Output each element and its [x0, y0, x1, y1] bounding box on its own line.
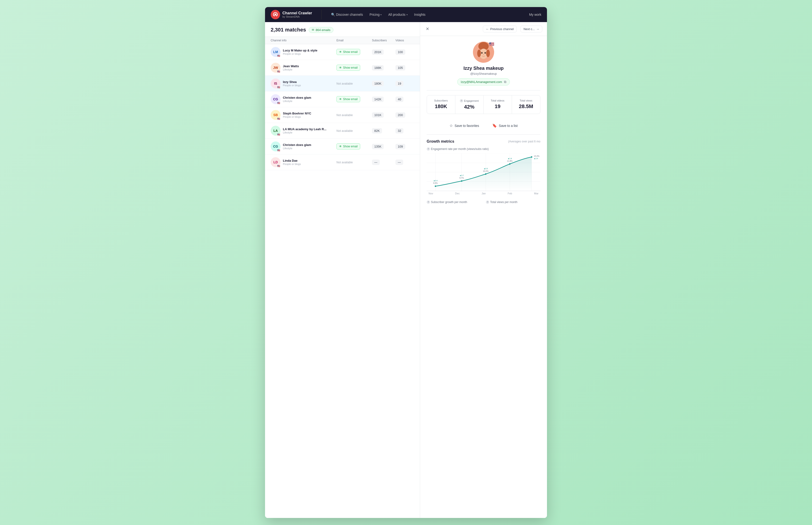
videos-value: 200: [395, 112, 405, 118]
nav-my-work[interactable]: My work: [529, 13, 541, 16]
videos-cell: 105: [395, 65, 414, 70]
channel-info: LM 🇺🇸 Lucy M Make up & style People or b…: [271, 47, 336, 57]
avatar-wrap: JW 🇺🇸: [271, 63, 280, 73]
profile-flag: 🇺🇸: [489, 42, 494, 47]
col-email: Email: [336, 39, 372, 42]
brand-text: Channel Crawler by StreamDNA: [282, 11, 312, 18]
avatar-wrap: IS 🇺🇸: [271, 78, 280, 88]
channel-name: Christen does glam: [283, 143, 311, 147]
save-favorites-button[interactable]: ☆ Save to favorites: [446, 121, 483, 130]
stat-subscribers-label: Subscribers: [430, 99, 452, 102]
country-flag: 🇺🇸: [277, 149, 281, 152]
growth-title: Growth metrics: [427, 139, 454, 144]
show-email-button[interactable]: 👁 Show email: [336, 49, 360, 55]
brand: Channel Crawler by StreamDNA: [271, 10, 312, 19]
svg-text:▲0.5: ▲0.5: [484, 167, 488, 169]
avatar-wrap: CG 🇺🇸: [271, 94, 280, 104]
stats-grid: Subscribers 180K ? Engagement 42% Tota: [427, 95, 540, 114]
svg-point-5: [481, 52, 482, 54]
table-row[interactable]: LM 🇺🇸 Lucy M Make up & style People or b…: [265, 44, 420, 60]
bookmark-icon: 🔖: [492, 123, 497, 128]
table-row[interactable]: SB 🇺🇸 Steph Boehrer NYC People or blogs …: [265, 107, 420, 123]
stat-total-videos: Total videos 19: [484, 95, 512, 114]
email-unavailable: Not available: [336, 82, 353, 85]
stat-engagement: ? Engagement 42%: [455, 95, 484, 114]
channel-category: Lifestyle: [283, 100, 311, 103]
nav-all-products[interactable]: All products ▾: [388, 13, 408, 16]
avatar-wrap: SB 🇺🇸: [271, 110, 280, 120]
stat-total-videos-label: Total videos: [486, 99, 509, 102]
channel-name: Jean Watts: [283, 64, 299, 68]
table-row[interactable]: IS 🇺🇸 Izzy Shea People or blogs Not avai…: [265, 76, 420, 91]
channel-category: People or blogs: [283, 84, 301, 87]
channel-name: Christen does glam: [283, 96, 311, 100]
email-cell: Not available: [336, 81, 372, 86]
save-list-button[interactable]: 🔖 Save to a list: [489, 121, 521, 130]
videos-cell: 100: [395, 50, 414, 54]
videos-cell: 200: [395, 113, 414, 117]
next-channel-button[interactable]: Next c... →: [520, 26, 542, 32]
question-icon: ?: [460, 99, 463, 103]
stat-engagement-label: ? Engagement: [458, 99, 481, 103]
nav-links: 🔍 Discover channels Pricing ▾ All produc…: [331, 13, 522, 16]
svg-point-1: [274, 14, 276, 15]
videos-cell: 40: [395, 97, 414, 101]
nav-insights[interactable]: Insights: [414, 13, 426, 16]
table-row[interactable]: CG 🇺🇸 Christen does glam Lifestyle 👁 Sho…: [265, 139, 420, 154]
main-content: 2,301 matches ✉ 864 emails Channel info …: [265, 22, 547, 518]
svg-point-25: [485, 173, 487, 175]
channel-detail-panel: ✕ ← Previous channel Next c... →: [420, 22, 547, 518]
previous-channel-button[interactable]: ← Previous channel: [483, 26, 517, 32]
channel-category: People or blogs: [283, 115, 311, 118]
question-icon: ?: [427, 200, 430, 204]
svg-point-31: [531, 156, 532, 158]
copy-icon[interactable]: ⧉: [504, 80, 506, 84]
email-cell: 👁 Show email: [336, 144, 372, 149]
videos-cell: —: [395, 160, 414, 164]
videos-cell: 19: [395, 81, 414, 86]
question-icon: ?: [486, 200, 489, 204]
action-row: ☆ Save to favorites 🔖 Save to a list: [427, 119, 540, 135]
growth-section: Growth metrics (Averages over past 6 mo …: [427, 135, 540, 204]
list-header: 2,301 matches ✉ 864 emails: [265, 22, 420, 37]
chevron-down-icon: ▾: [407, 13, 408, 16]
profile-name: Izzy Shea makeup: [463, 65, 504, 71]
table-row[interactable]: JW 🇺🇸 Jean Watts Lifestyle 👁 Show email …: [265, 60, 420, 76]
arrow-right-icon: →: [536, 27, 539, 31]
show-email-button[interactable]: 👁 Show email: [336, 96, 360, 102]
profile-section: 🇺🇸 Izzy Shea makeup @IzzySheamakeup Izzy…: [427, 42, 540, 90]
engagement-chart-section: ? Engagement rate per month (views/subs …: [427, 147, 540, 195]
channel-category: People or blogs: [283, 52, 318, 55]
stat-subscribers: Subscribers 180K: [427, 95, 455, 114]
videos-value: 105: [395, 65, 405, 71]
svg-point-28: [509, 163, 510, 165]
table-row[interactable]: LD 🇺🇸 Linda Dae People or blogs Not avai…: [265, 154, 420, 170]
table-row[interactable]: LA 🇺🇸 LA MUA academy by Leah R... Lifest…: [265, 123, 420, 139]
month-dec: Dec: [455, 192, 460, 195]
eye-icon: 👁: [339, 97, 342, 101]
table-row[interactable]: CG 🇺🇸 Christen does glam Lifestyle 👁 Sho…: [265, 91, 420, 107]
show-email-button[interactable]: 👁 Show email: [336, 65, 360, 71]
nav-discover[interactable]: 🔍 Discover channels: [331, 13, 363, 16]
stat-subscribers-value: 180K: [430, 103, 452, 109]
svg-text:▲0.7: ▲0.7: [460, 174, 464, 177]
svg-point-22: [461, 180, 462, 182]
country-flag: 🇺🇸: [277, 55, 281, 57]
country-flag: 🇺🇸: [277, 86, 281, 89]
close-button[interactable]: ✕: [425, 25, 430, 32]
channel-category: People or blogs: [283, 163, 301, 165]
email-cell: Not available: [336, 160, 372, 164]
email-unavailable: Not available: [336, 129, 353, 133]
engagement-chart-svg: 9.0% ▲0.4 9.7% ▲0.7 10.2% ▲0.5: [427, 153, 540, 191]
email-chip: Izzy@MALAmanagement.com ⧉: [457, 78, 510, 86]
email-cell: 👁 Show email: [336, 96, 372, 102]
channel-name: Linda Dae: [283, 159, 301, 162]
brand-logo-icon: [271, 10, 280, 19]
svg-point-19: [435, 185, 436, 187]
show-email-button[interactable]: 👁 Show email: [336, 144, 360, 149]
channel-list-panel: 2,301 matches ✉ 864 emails Channel info …: [265, 22, 420, 518]
nav-pricing[interactable]: Pricing ▾: [370, 13, 382, 16]
channel-name: Izzy Shea: [283, 80, 301, 84]
bottom-metrics: ? Subscriber growth per month ? Total vi…: [427, 200, 540, 204]
arrow-left-icon: ←: [486, 27, 489, 31]
